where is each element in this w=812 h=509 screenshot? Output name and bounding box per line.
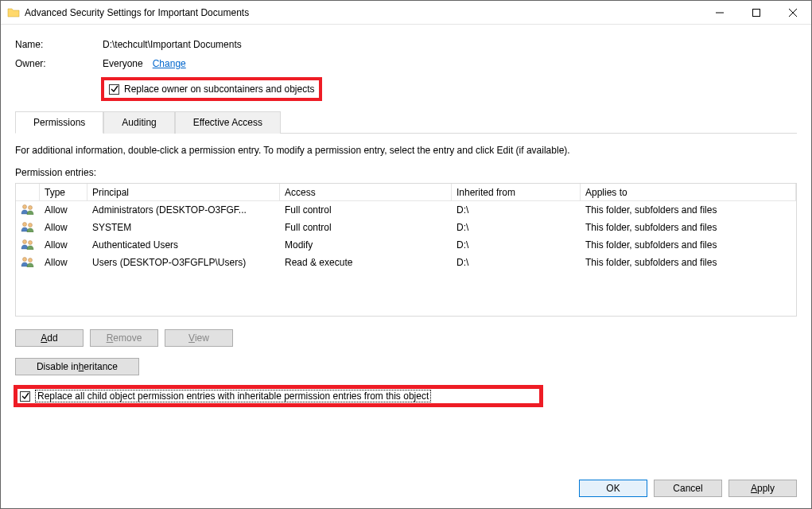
cell-principal: SYSTEM <box>87 222 280 233</box>
cell-type: Allow <box>40 204 87 216</box>
titlebar: Advanced Security Settings for Important… <box>1 1 811 25</box>
cancel-button[interactable]: Cancel <box>654 480 722 497</box>
cell-access: Full control <box>280 204 452 216</box>
svg-point-7 <box>29 223 33 227</box>
cell-applies: This folder, subfolders and files <box>581 239 796 251</box>
cell-type: Allow <box>40 239 87 251</box>
name-label: Name: <box>15 39 103 50</box>
permission-entries-label: Permission entries: <box>15 167 797 178</box>
name-row: Name: D:\techcult\Important Documents <box>15 39 797 50</box>
users-icon <box>16 239 40 252</box>
cell-type: Allow <box>40 257 87 268</box>
owner-row: Owner: Everyone Change <box>15 58 797 69</box>
users-icon <box>16 204 40 217</box>
replace-child-highlight: Replace all child object permission entr… <box>15 387 542 406</box>
cell-principal: Administrators (DESKTOP-O3FGF... <box>87 204 280 216</box>
col-applies-header[interactable]: Applies to <box>581 184 796 200</box>
tab-auditing[interactable]: Auditing <box>103 111 174 134</box>
cell-principal: Authenticated Users <box>87 239 280 251</box>
table-row[interactable]: AllowAdministrators (DESKTOP-O3FGF...Ful… <box>16 201 796 219</box>
tab-strip: Permissions Auditing Effective Access <box>15 111 797 134</box>
cell-type: Allow <box>40 222 87 233</box>
users-icon <box>16 221 40 235</box>
maximize-button[interactable] <box>738 1 775 24</box>
add-button[interactable]: Add <box>15 329 84 347</box>
table-row[interactable]: AllowAuthenticated UsersModifyD:\This fo… <box>16 236 796 254</box>
disable-inheritance-button[interactable]: Disable inheritance <box>15 358 139 375</box>
minimize-button[interactable] <box>701 1 738 24</box>
col-inherited-header[interactable]: Inherited from <box>452 184 581 200</box>
folder-icon <box>7 6 20 19</box>
cell-principal: Users (DESKTOP-O3FGFLP\Users) <box>87 257 280 268</box>
cell-inherited: D:\ <box>452 239 581 251</box>
grid-header: Type Principal Access Inherited from App… <box>16 184 796 201</box>
permission-entries-grid[interactable]: Type Principal Access Inherited from App… <box>15 183 797 317</box>
change-owner-link[interactable]: Change <box>153 58 186 69</box>
col-principal-header[interactable]: Principal <box>87 184 280 200</box>
cell-access: Read & execute <box>280 257 452 268</box>
col-type-header[interactable]: Type <box>40 184 87 200</box>
name-value: D:\techcult\Important Documents <box>103 39 242 50</box>
view-button[interactable]: View <box>165 329 233 347</box>
tab-effective-access[interactable]: Effective Access <box>175 111 281 134</box>
replace-child-label: Replace all child object permission entr… <box>35 390 431 402</box>
entry-buttons-row: Add Remove View <box>15 329 797 347</box>
permissions-tab-body: For additional information, double-click… <box>15 134 797 470</box>
svg-rect-1 <box>753 9 760 16</box>
cell-access: Full control <box>280 222 452 233</box>
cell-inherited: D:\ <box>452 257 581 268</box>
content-area: Name: D:\techcult\Important Documents Ow… <box>1 25 811 470</box>
window-title: Advanced Security Settings for Important… <box>25 7 249 18</box>
table-row[interactable]: AllowUsers (DESKTOP-O3FGFLP\Users)Read &… <box>16 254 796 271</box>
owner-label: Owner: <box>15 58 103 69</box>
window-buttons <box>701 1 811 24</box>
tab-permissions[interactable]: Permissions <box>15 111 103 134</box>
svg-point-11 <box>29 258 33 262</box>
cell-applies: This folder, subfolders and files <box>581 222 796 233</box>
cell-inherited: D:\ <box>452 204 581 216</box>
col-icon-header[interactable] <box>16 184 40 200</box>
table-row[interactable]: AllowSYSTEMFull controlD:\This folder, s… <box>16 219 796 236</box>
cell-applies: This folder, subfolders and files <box>581 257 796 268</box>
svg-point-5 <box>29 205 33 209</box>
dialog-footer: OK Cancel Apply <box>1 470 811 508</box>
svg-point-4 <box>23 204 27 208</box>
svg-point-8 <box>23 239 27 243</box>
advanced-security-window: Advanced Security Settings for Important… <box>0 0 812 509</box>
remove-button[interactable]: Remove <box>90 329 158 347</box>
replace-owner-highlight: Replace owner on subcontainers and objec… <box>103 79 321 99</box>
replace-owner-label: Replace owner on subcontainers and objec… <box>124 84 314 95</box>
col-access-header[interactable]: Access <box>280 184 452 200</box>
cell-access: Modify <box>280 239 452 251</box>
close-button[interactable] <box>775 1 811 24</box>
svg-point-9 <box>29 240 33 244</box>
svg-point-10 <box>23 257 27 261</box>
cell-applies: This folder, subfolders and files <box>581 204 796 216</box>
replace-owner-checkbox[interactable] <box>109 84 119 95</box>
replace-child-checkbox[interactable] <box>20 391 30 402</box>
cell-inherited: D:\ <box>452 222 581 233</box>
apply-button[interactable]: Apply <box>728 480 797 497</box>
svg-point-6 <box>23 222 27 226</box>
users-icon <box>16 256 40 270</box>
owner-value: Everyone <box>103 58 143 69</box>
ok-button[interactable]: OK <box>579 480 647 497</box>
instruction-text: For additional information, double-click… <box>15 145 797 156</box>
